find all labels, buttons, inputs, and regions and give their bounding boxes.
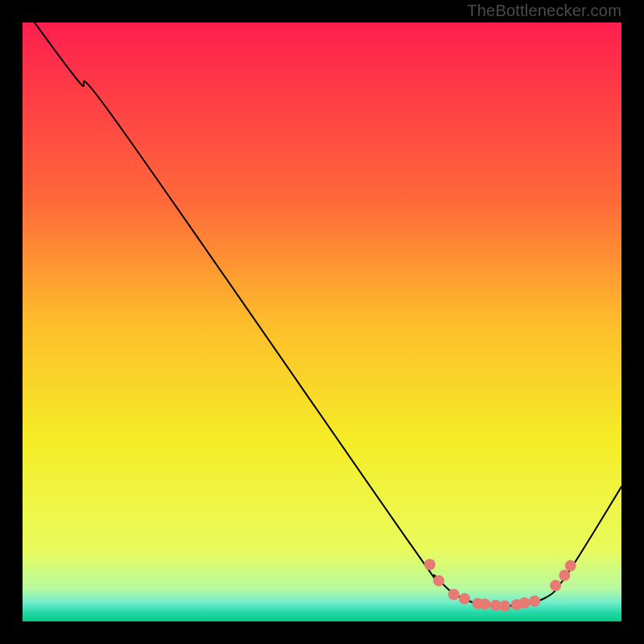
marker-dot	[499, 601, 510, 612]
marker-dot	[550, 580, 561, 591]
marker-dot	[559, 570, 570, 581]
marker-dot	[448, 589, 460, 601]
marker-dot	[529, 596, 540, 607]
marker-dot	[479, 598, 490, 609]
plot-area	[23, 23, 621, 621]
gradient-background	[23, 23, 621, 621]
watermark-text: TheBottlenecker.com	[467, 2, 621, 20]
marker-dot	[424, 559, 436, 570]
marker-dot	[565, 560, 576, 572]
marker-dot	[459, 593, 470, 605]
marker-dot	[518, 597, 530, 609]
marker-dot	[433, 575, 444, 586]
chart-frame: TheBottlenecker.com	[0, 0, 644, 644]
chart-svg	[23, 23, 621, 621]
